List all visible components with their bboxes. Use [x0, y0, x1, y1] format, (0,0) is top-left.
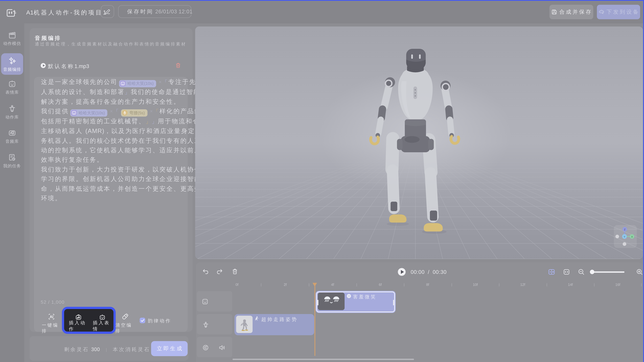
- svg-text:Y: Y: [624, 235, 625, 238]
- svg-text:X: X: [631, 235, 633, 238]
- svg-text:Z: Z: [624, 228, 626, 231]
